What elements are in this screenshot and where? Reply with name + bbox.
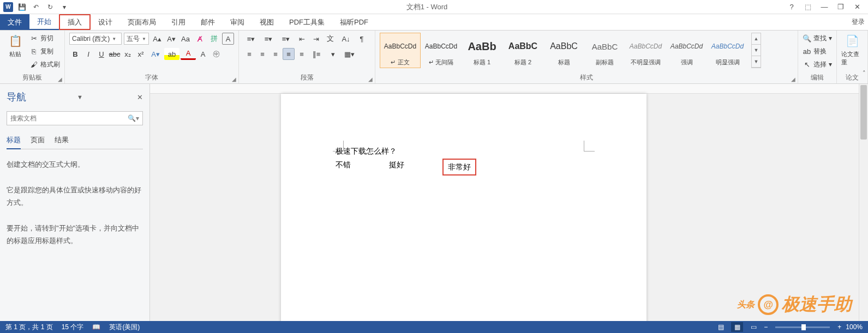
ruler[interactable]: [150, 84, 868, 94]
copy-button[interactable]: ⎘复制: [29, 46, 60, 57]
justify-icon[interactable]: ≡: [283, 48, 295, 60]
bullets-icon[interactable]: ≡▾: [243, 33, 259, 45]
doc-line-2[interactable]: 不错 挺好 非常好: [336, 159, 592, 175]
text-effects-icon[interactable]: A▾: [148, 48, 163, 60]
tab-foxit[interactable]: 福昕PDF: [332, 14, 376, 30]
numbering-icon[interactable]: ≡▾: [261, 33, 276, 45]
style-item[interactable]: AaBbC副标题: [584, 33, 625, 68]
underline-icon[interactable]: U: [95, 48, 107, 60]
web-layout-icon[interactable]: ▭: [747, 322, 759, 332]
distribute-icon[interactable]: ≡: [296, 48, 308, 60]
restore-icon[interactable]: ❐: [833, 1, 848, 13]
zoom-thumb[interactable]: [801, 324, 806, 330]
change-case-icon[interactable]: Aa: [179, 33, 191, 45]
page[interactable]: 极速下载怎么样？ 不错 挺好 非常好: [281, 94, 646, 321]
text-direction-icon[interactable]: 文: [324, 33, 336, 45]
status-language[interactable]: 英语(美国): [109, 323, 140, 332]
search-icon[interactable]: 🔍▾: [128, 114, 139, 122]
scrollbar-thumb[interactable]: [860, 85, 867, 140]
close-icon[interactable]: ✕: [849, 1, 865, 13]
style-item[interactable]: AaBbC标题: [543, 33, 584, 68]
search-input[interactable]: [10, 114, 128, 122]
format-painter-button[interactable]: 🖌格式刷: [29, 59, 60, 70]
subscript-icon[interactable]: x₂: [122, 48, 134, 60]
tab-view[interactable]: 视图: [252, 14, 282, 30]
style-item[interactable]: AaBbCcDd↵ 正文: [380, 33, 421, 68]
align-left-icon[interactable]: ≡: [243, 48, 255, 60]
zoom-in-icon[interactable]: +: [837, 323, 841, 331]
strike-icon[interactable]: abc: [109, 48, 121, 60]
expand-gallery-icon[interactable]: ▼: [752, 56, 761, 68]
launcher-icon[interactable]: ◢: [791, 76, 795, 82]
zoom-level[interactable]: 100%: [846, 323, 863, 331]
redo-icon[interactable]: ↻: [45, 2, 56, 13]
minimize-icon[interactable]: —: [817, 1, 832, 13]
style-item[interactable]: AaBbCcDd强调: [666, 33, 707, 68]
zoom-slider[interactable]: [775, 326, 830, 328]
launcher-icon[interactable]: ◢: [232, 76, 236, 82]
style-item[interactable]: AaBbCcDd明显强调: [707, 33, 748, 68]
phonetic-icon[interactable]: 拼: [208, 33, 220, 45]
nav-tab-pages[interactable]: 页面: [31, 133, 45, 149]
document-area[interactable]: 极速下载怎么样？ 不错 挺好 非常好: [150, 84, 868, 321]
launcher-icon[interactable]: ◢: [368, 76, 373, 82]
find-button[interactable]: 🔍查找 ▾: [803, 33, 832, 44]
character-shading-icon[interactable]: A: [197, 48, 209, 60]
line-spacing-icon[interactable]: ‖≡: [309, 48, 324, 60]
shading-icon[interactable]: ▾: [325, 48, 340, 60]
multilevel-icon[interactable]: ≡▾: [278, 33, 294, 45]
tab-layout[interactable]: 页面布局: [120, 14, 164, 30]
align-right-icon[interactable]: ≡: [270, 48, 282, 60]
decrease-indent-icon[interactable]: ⇤: [296, 33, 308, 45]
nav-dropdown-icon[interactable]: ▼: [77, 94, 86, 100]
tab-design[interactable]: 设计: [91, 14, 120, 30]
save-icon[interactable]: 💾: [16, 2, 27, 13]
increase-indent-icon[interactable]: ⇥: [310, 33, 322, 45]
tab-file[interactable]: 文件: [0, 14, 29, 30]
print-layout-icon[interactable]: ▦: [731, 322, 743, 332]
styles-gallery[interactable]: AaBbCcDd↵ 正文AaBbCcDd↵ 无间隔AaBb标题 1AaBbC标题…: [380, 33, 748, 68]
scroll-down-icon[interactable]: ▼: [752, 45, 761, 56]
tab-home[interactable]: 开始: [29, 14, 59, 30]
status-words[interactable]: 15 个字: [62, 323, 84, 332]
status-page[interactable]: 第 1 页，共 1 页: [5, 323, 53, 332]
nav-tab-headings[interactable]: 标题: [7, 133, 21, 149]
font-size-combo[interactable]: 五号▼: [124, 33, 149, 45]
doc-line-1[interactable]: 极速下载怎么样？: [336, 146, 592, 158]
nav-search[interactable]: 🔍▾: [7, 111, 143, 125]
character-border-icon[interactable]: A: [222, 33, 234, 45]
paste-button[interactable]: 📋 粘贴: [4, 33, 26, 58]
cut-button[interactable]: ✂剪切: [29, 33, 60, 44]
style-item[interactable]: AaBbC标题 2: [502, 33, 543, 68]
launcher-icon[interactable]: ◢: [58, 76, 62, 82]
sort-icon[interactable]: A↓: [338, 33, 354, 45]
word-app-icon[interactable]: W: [3, 2, 13, 12]
style-item[interactable]: AaBbCcDd↵ 无间隔: [421, 33, 462, 68]
tab-references[interactable]: 引用: [164, 14, 193, 30]
grow-font-icon[interactable]: A▴: [151, 33, 163, 45]
replace-button[interactable]: ab替换: [803, 46, 832, 57]
shrink-font-icon[interactable]: A▾: [165, 33, 177, 45]
read-mode-icon[interactable]: ▤: [715, 322, 727, 332]
tab-mailings[interactable]: 邮件: [193, 14, 223, 30]
vertical-scrollbar[interactable]: [859, 84, 868, 321]
font-name-combo[interactable]: Calibri (西文)▼: [69, 33, 122, 45]
font-color-icon[interactable]: A: [181, 48, 196, 60]
show-marks-icon[interactable]: ¶: [356, 33, 368, 45]
tab-pdftools[interactable]: PDF工具集: [282, 14, 332, 30]
highlight-icon[interactable]: ab: [164, 48, 179, 60]
collapse-ribbon-icon[interactable]: ˄: [863, 70, 866, 77]
thesis-check-button[interactable]: 📄 论文查重: [841, 33, 863, 66]
style-item[interactable]: AaBb标题 1: [462, 33, 502, 68]
scroll-up-icon[interactable]: ▲: [752, 33, 761, 45]
tab-review[interactable]: 审阅: [223, 14, 252, 30]
nav-close-icon[interactable]: ✕: [137, 93, 143, 101]
highlighted-word[interactable]: 非常好: [442, 159, 476, 175]
help-icon[interactable]: ?: [784, 1, 799, 13]
borders-icon[interactable]: ▦▾: [342, 48, 357, 60]
qat-customize-icon[interactable]: ▾: [59, 2, 70, 13]
nav-tab-results[interactable]: 结果: [55, 133, 69, 149]
login-link[interactable]: 登录: [852, 17, 865, 27]
align-center-icon[interactable]: ≡: [256, 48, 268, 60]
zoom-out-icon[interactable]: −: [764, 323, 768, 331]
